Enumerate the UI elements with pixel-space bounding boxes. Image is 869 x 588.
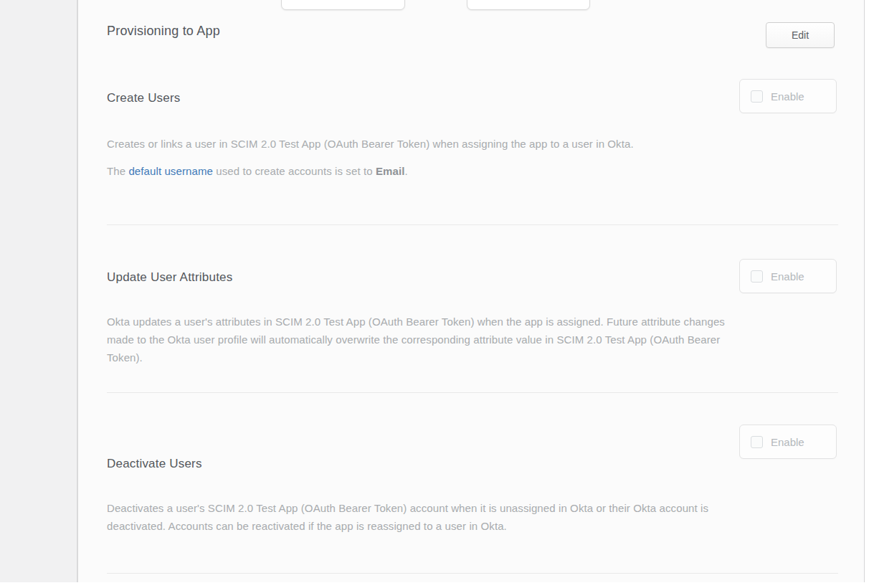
okta-provisioning-page: Provisioning to App Edit Create Users En… xyxy=(0,0,869,588)
section-divider xyxy=(107,392,838,393)
cutoff-field-left[interactable] xyxy=(281,0,405,10)
deactivate-users-heading: Deactivate Users xyxy=(107,457,202,471)
enable-checkbox-label: Enable xyxy=(771,270,804,283)
enable-checkbox[interactable] xyxy=(751,436,763,448)
enable-checkbox[interactable] xyxy=(751,270,763,283)
edit-button[interactable]: Edit xyxy=(766,22,835,48)
update-user-attributes-heading: Update User Attributes xyxy=(107,270,232,285)
create-users-description: Creates or links a user in SCIM 2.0 Test… xyxy=(107,135,634,153)
note-suffix: . xyxy=(404,165,407,177)
section-divider xyxy=(107,224,838,225)
default-username-note: The default username used to create acco… xyxy=(107,162,408,180)
note-prefix: The xyxy=(107,165,128,177)
note-emphasis: Email xyxy=(376,165,405,177)
create-users-enable-button[interactable]: Enable xyxy=(739,79,837,113)
enable-checkbox-label: Enable xyxy=(771,436,804,448)
provisioning-settings-panel: Provisioning to App Edit Create Users En… xyxy=(78,0,865,582)
update-user-attributes-description: Okta updates a user's attributes in SCIM… xyxy=(107,313,725,366)
left-sidebar-panel xyxy=(0,0,78,582)
deactivate-users-enable-button[interactable]: Enable xyxy=(739,425,837,459)
cutoff-field-right[interactable] xyxy=(467,0,590,10)
create-users-heading: Create Users xyxy=(107,91,181,105)
section-divider xyxy=(107,573,838,574)
edit-button-label: Edit xyxy=(792,29,809,41)
enable-checkbox-label: Enable xyxy=(771,90,804,103)
note-middle: used to create accounts is set to xyxy=(213,165,376,177)
default-username-link[interactable]: default username xyxy=(128,165,213,177)
deactivate-users-description: Deactivates a user's SCIM 2.0 Test App (… xyxy=(107,499,708,535)
enable-checkbox[interactable] xyxy=(751,90,763,103)
page-title: Provisioning to App xyxy=(107,24,220,39)
update-user-attributes-enable-button[interactable]: Enable xyxy=(739,259,837,293)
